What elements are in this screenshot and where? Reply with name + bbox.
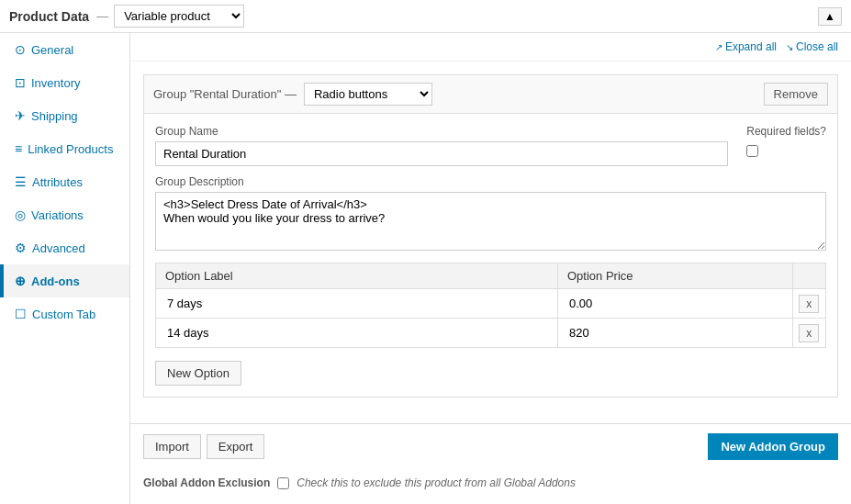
name-required-row: Group Name Required fields?	[155, 125, 826, 166]
header-bar: Product Data — Variable product ▲	[0, 0, 851, 33]
table-row: x	[156, 319, 826, 348]
table-row: x	[156, 289, 826, 319]
options-table: Option Label Option Price x	[155, 263, 826, 348]
sidebar-item-linked-products[interactable]: ≡ Linked Products	[0, 132, 129, 165]
export-button[interactable]: Export	[207, 434, 265, 459]
remove-option-button-1[interactable]: x	[799, 324, 819, 342]
exclusion-row: Global Addon Exclusion Check this to exc…	[130, 469, 851, 497]
group-desc-label: Group Description	[155, 175, 826, 188]
group-name-field: Group Name	[155, 125, 728, 166]
close-all-label: Close all	[796, 40, 838, 53]
required-checkbox[interactable]	[746, 145, 758, 157]
group-body: Group Name Required fields? Group Descr	[144, 114, 837, 397]
attributes-icon: ☰	[15, 174, 27, 189]
option-label-input-1[interactable]	[162, 322, 552, 343]
sidebar-item-custom-tab[interactable]: ☐ Custom Tab	[0, 297, 129, 330]
sidebar-label-add-ons: Add-ons	[31, 274, 80, 288]
group-header-label: Group "Rental Duration" —	[153, 87, 297, 101]
group-header: Group "Rental Duration" — Radio buttons …	[144, 75, 837, 114]
sidebar: ⊙ General ⊡ Inventory ✈ Shipping ≡ Linke…	[0, 33, 130, 504]
group-box: Group "Rental Duration" — Radio buttons …	[143, 74, 838, 398]
sidebar-label-attributes: Attributes	[32, 175, 83, 189]
product-type-select[interactable]: Variable product	[114, 5, 244, 28]
inventory-icon: ⊡	[15, 75, 26, 90]
group-name-label: Group Name	[155, 125, 728, 138]
import-button[interactable]: Import	[143, 434, 201, 459]
sidebar-label-linked-products: Linked Products	[28, 142, 113, 156]
new-addon-group-button[interactable]: New Addon Group	[708, 433, 838, 460]
group-desc-textarea[interactable]: <h3>Select Dress Date of Arrival</h3> Wh…	[155, 192, 826, 251]
col-header-remove	[792, 263, 826, 289]
col-header-price: Option Price	[558, 263, 793, 289]
shipping-icon: ✈	[15, 108, 26, 123]
sidebar-item-general[interactable]: ⊙ General	[0, 33, 129, 66]
sidebar-label-inventory: Inventory	[31, 76, 80, 90]
custom-tab-icon: ☐	[15, 307, 27, 321]
sidebar-item-inventory[interactable]: ⊡ Inventory	[0, 66, 129, 99]
sidebar-item-attributes[interactable]: ☰ Attributes	[0, 165, 129, 198]
sidebar-item-shipping[interactable]: ✈ Shipping	[0, 99, 129, 132]
sidebar-label-custom-tab: Custom Tab	[32, 308, 95, 321]
expand-all-link[interactable]: ↗ Expand all	[715, 40, 777, 53]
exclusion-label: Global Addon Exclusion	[143, 476, 270, 489]
sidebar-label-general: General	[31, 43, 73, 57]
sidebar-label-advanced: Advanced	[32, 241, 85, 255]
sidebar-item-variations[interactable]: ◎ Variations	[0, 198, 129, 231]
product-data-title: Product Data	[9, 9, 89, 24]
new-option-button[interactable]: New Option	[155, 361, 241, 386]
sidebar-item-advanced[interactable]: ⚙ Advanced	[0, 231, 129, 264]
sidebar-label-variations: Variations	[31, 208, 84, 222]
bottom-bar: Import Export New Addon Group	[130, 423, 851, 469]
sidebar-label-shipping: Shipping	[31, 109, 78, 123]
top-bar: ↗ Expand all ↘ Close all	[130, 33, 851, 62]
group-name-input[interactable]	[155, 141, 728, 166]
general-icon: ⊙	[15, 42, 26, 57]
main-layout: ⊙ General ⊡ Inventory ✈ Shipping ≡ Linke…	[0, 33, 851, 504]
group-desc-field: Group Description <h3>Select Dress Date …	[155, 175, 826, 253]
linked-products-icon: ≡	[15, 141, 22, 156]
exclusion-checkbox[interactable]	[277, 477, 289, 489]
remove-group-button[interactable]: Remove	[764, 83, 828, 106]
exclusion-text: Check this to exclude this product from …	[297, 476, 576, 489]
col-header-label: Option Label	[156, 263, 558, 289]
option-price-input-0[interactable]	[564, 293, 787, 314]
expand-all-label: Expand all	[725, 40, 777, 53]
header-dash: —	[96, 9, 108, 23]
add-ons-icon: ⊕	[15, 274, 26, 288]
option-price-input-1[interactable]	[564, 322, 787, 343]
expand-arrow-icon: ↗	[715, 42, 722, 52]
close-arrow-icon: ↘	[786, 42, 793, 52]
required-label: Required fields?	[746, 125, 826, 138]
close-all-link[interactable]: ↘ Close all	[786, 40, 838, 53]
required-field: Required fields?	[746, 125, 826, 157]
variations-icon: ◎	[15, 207, 26, 222]
sidebar-item-add-ons[interactable]: ⊕ Add-ons	[0, 264, 129, 297]
advanced-icon: ⚙	[15, 241, 27, 255]
scroll-up-button[interactable]: ▲	[818, 7, 842, 26]
group-type-select[interactable]: Radio buttons Checkboxes Select Custom i…	[304, 83, 432, 106]
required-checkbox-row	[746, 145, 826, 157]
main-content: ↗ Expand all ↘ Close all Group "Rental D…	[130, 33, 851, 504]
content-area: Group "Rental Duration" — Radio buttons …	[130, 62, 851, 423]
remove-option-button-0[interactable]: x	[799, 295, 819, 313]
option-label-input-0[interactable]	[162, 293, 552, 314]
